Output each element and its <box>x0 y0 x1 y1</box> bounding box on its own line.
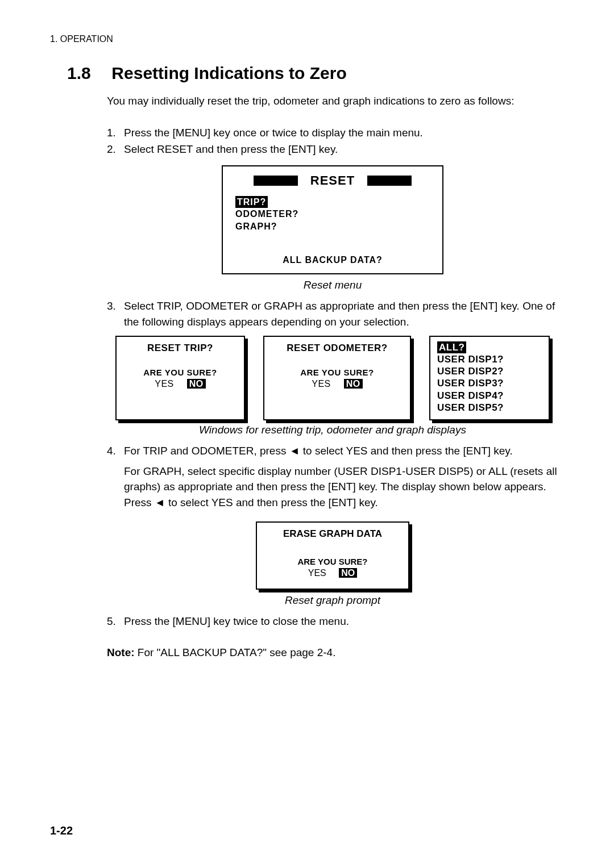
decorative-bar-left <box>254 176 298 186</box>
menu-item-backup: ALL BACKUP DATA? <box>223 255 442 265</box>
step-4: For TRIP and ODOMETER, press ◄ to select… <box>107 443 558 510</box>
reset-odometer-title: RESET ODOMETER? <box>269 343 405 354</box>
section-number: 1.8 <box>67 64 107 83</box>
are-you-sure-label: ARE YOU SURE? <box>269 368 405 377</box>
menu-item-odometer: ODOMETER? <box>235 208 442 220</box>
no-option: NO <box>187 379 206 389</box>
erase-caption: Reset graph prompt <box>107 594 558 607</box>
three-dialogs-figure: RESET TRIP? ARE YOU SURE? YES NO RESET O… <box>107 336 558 421</box>
reset-menu-title: RESET <box>310 173 355 188</box>
dialogs-caption: Windows for resetting trip, odometer and… <box>107 424 558 436</box>
step-1: Press the [MENU] key once or twice to di… <box>107 125 558 141</box>
section-heading: 1.8 Resetting Indications to Zero <box>67 64 564 83</box>
reset-trip-title: RESET TRIP? <box>121 343 239 354</box>
left-arrow-icon: ◄ <box>155 496 165 508</box>
are-you-sure-label: ARE YOU SURE? <box>262 557 404 566</box>
intro-paragraph: You may individually reset the trip, odo… <box>107 93 558 109</box>
page-header: 1. OPERATION <box>50 34 564 44</box>
no-option: NO <box>339 568 357 578</box>
menu-item-graph: GRAPH? <box>235 220 442 233</box>
graph-option-disp3: USER DISP3? <box>437 377 542 389</box>
reset-menu-caption: Reset menu <box>107 279 558 291</box>
note-text: For "ALL BACKUP DATA?" see page 2-4. <box>135 646 336 658</box>
reset-graph-dialog: ALL? USER DISP1? USER DISP2? USER DISP3?… <box>429 336 550 421</box>
yes-option: YES <box>155 379 174 389</box>
step-5: Press the [MENU] key twice to close the … <box>107 614 558 629</box>
page-number: 1-22 <box>50 824 73 837</box>
graph-option-disp5: USER DISP5? <box>437 402 542 414</box>
left-arrow-icon: ◄ <box>289 445 300 457</box>
graph-option-all: ALL? <box>437 341 466 353</box>
decorative-bar-right <box>367 176 412 186</box>
yes-option: YES <box>312 379 331 389</box>
menu-item-trip: TRIP? <box>235 196 268 208</box>
note-paragraph: Note: For "ALL BACKUP DATA?" see page 2-… <box>107 646 558 659</box>
no-option: NO <box>344 379 363 389</box>
graph-option-disp4: USER DISP4? <box>437 390 542 402</box>
erase-graph-figure: ERASE GRAPH DATA ARE YOU SURE? YES NO <box>107 521 558 590</box>
graph-option-disp2: USER DISP2? <box>437 365 542 377</box>
graph-option-disp1: USER DISP1? <box>437 353 542 365</box>
erase-graph-title: ERASE GRAPH DATA <box>262 528 404 540</box>
step-2: Select RESET and then press the [ENT] ke… <box>107 141 558 157</box>
are-you-sure-label: ARE YOU SURE? <box>121 368 239 377</box>
reset-odometer-dialog: RESET ODOMETER? ARE YOU SURE? YES NO <box>263 336 411 421</box>
reset-trip-dialog: RESET TRIP? ARE YOU SURE? YES NO <box>115 336 245 421</box>
section-title: Resetting Indications to Zero <box>111 64 346 82</box>
note-label: Note: <box>107 646 135 658</box>
step-3: Select TRIP, ODOMETER or GRAPH as approp… <box>107 298 558 329</box>
reset-menu-figure: RESET TRIP? ODOMETER? GRAPH? ALL BACKUP … <box>107 165 558 275</box>
yes-option: YES <box>308 568 326 578</box>
